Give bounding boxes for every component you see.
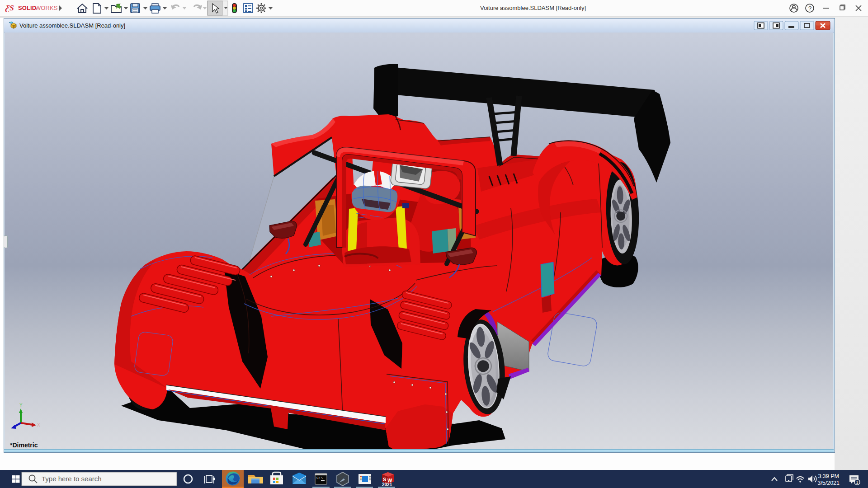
svg-text:2021: 2021 [382,482,392,487]
svg-text:Type here to search: Type here to search [42,475,102,483]
svg-text:*Dimetric: *Dimetric [10,441,38,449]
svg-text:?: ? [808,5,811,12]
svg-text:3/5/2021: 3/5/2021 [817,480,840,486]
svg-text:WORKS: WORKS [35,5,58,11]
svg-text:Y: Y [19,403,23,408]
svg-text:S: S [383,477,386,482]
svg-text:X: X [37,422,40,427]
svg-text:SOLID: SOLID [18,5,36,11]
svg-text:1: 1 [856,480,858,485]
svg-text:3:39 PM: 3:39 PM [818,473,839,479]
svg-text:ƸS: ƸS [5,4,14,12]
svg-text:C:\: C:\ [316,476,323,480]
